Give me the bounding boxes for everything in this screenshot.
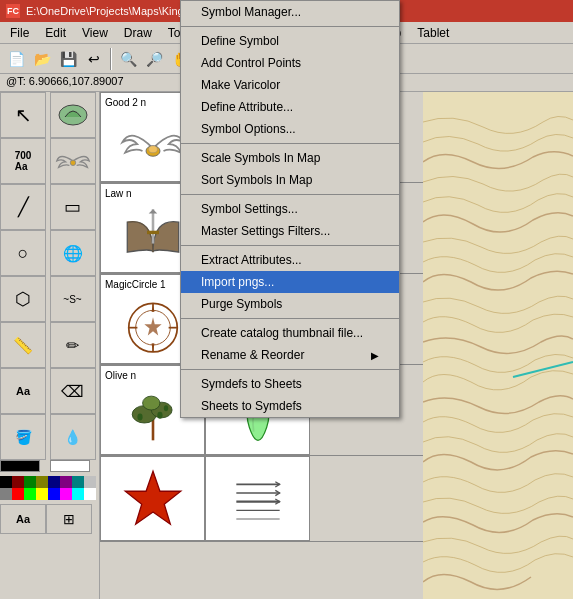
color-white[interactable] bbox=[84, 488, 96, 500]
tool-text[interactable]: 700Aa bbox=[0, 138, 46, 184]
symbol-cell-arrows[interactable] bbox=[205, 456, 310, 541]
main-layout: ↖ 700Aa ╱ ▭ ○ 🌐 ⬡ bbox=[0, 92, 573, 599]
svg-point-1 bbox=[70, 160, 75, 165]
color-olive[interactable] bbox=[36, 476, 48, 488]
tool-dropper[interactable]: 💧 bbox=[50, 414, 96, 460]
menu-item-import-pngs[interactable]: Import pngs... bbox=[181, 271, 399, 293]
toolbar-open[interactable]: 📂 bbox=[30, 47, 54, 71]
menu-item-master-settings[interactable]: Master Settings Filters... bbox=[181, 220, 399, 242]
tool-text-aa[interactable]: Aa bbox=[0, 368, 46, 414]
menu-item-rename-reorder[interactable]: Rename & Reorder ▶ bbox=[181, 344, 399, 366]
color-gray[interactable] bbox=[0, 488, 12, 500]
tool-symbol[interactable] bbox=[50, 92, 96, 138]
color-yellow[interactable] bbox=[36, 488, 48, 500]
color-darkgreen[interactable] bbox=[24, 476, 36, 488]
color-darkred[interactable] bbox=[12, 476, 24, 488]
menu-file[interactable]: File bbox=[2, 24, 37, 42]
menu-item-scale-symbols[interactable]: Scale Symbols In Map bbox=[181, 147, 399, 169]
color-silver[interactable] bbox=[84, 476, 96, 488]
menu-edit[interactable]: Edit bbox=[37, 24, 74, 42]
map-content bbox=[423, 92, 573, 599]
tool-color-white[interactable] bbox=[50, 460, 90, 472]
separator-4 bbox=[181, 245, 399, 246]
app-icon: FC bbox=[6, 4, 20, 18]
rename-reorder-arrow: ▶ bbox=[371, 350, 379, 361]
menu-draw[interactable]: Draw bbox=[116, 24, 160, 42]
symbol-img-good2n bbox=[118, 110, 188, 177]
menu-item-sheets-to-symdefs[interactable]: Sheets to Symdefs bbox=[181, 395, 399, 417]
symbol-row-5 bbox=[100, 456, 423, 542]
tool-eraser[interactable]: ⌫ bbox=[50, 368, 96, 414]
tool-color-black[interactable] bbox=[0, 460, 40, 472]
symbol-img-arrows bbox=[223, 463, 293, 536]
menu-item-extract-attributes[interactable]: Extract Attributes... bbox=[181, 249, 399, 271]
menu-item-add-control-points[interactable]: Add Control Points bbox=[181, 52, 399, 74]
menu-item-symdefs-to-sheets[interactable]: Symdefs to Sheets bbox=[181, 373, 399, 395]
separator-3 bbox=[181, 194, 399, 195]
toolbar-new[interactable]: 📄 bbox=[4, 47, 28, 71]
svg-point-16 bbox=[142, 396, 159, 410]
right-panel bbox=[423, 92, 573, 599]
tool-line[interactable]: ╱ bbox=[0, 184, 46, 230]
menu-tablet[interactable]: Tablet bbox=[409, 24, 457, 42]
symbol-img-star bbox=[118, 463, 188, 536]
separator-6 bbox=[181, 369, 399, 370]
tool-measure[interactable]: 📏 bbox=[0, 322, 46, 368]
color-palette bbox=[0, 476, 99, 500]
menu-item-symbol-manager[interactable]: Symbol Manager... bbox=[181, 1, 399, 23]
toolbar-zoom-in[interactable]: 🔍 bbox=[116, 47, 140, 71]
color-teal[interactable] bbox=[72, 476, 84, 488]
separator-1 bbox=[181, 26, 399, 27]
tool-bezier[interactable]: ~S~ bbox=[50, 276, 96, 322]
menu-view[interactable]: View bbox=[74, 24, 116, 42]
menu-item-define-attribute[interactable]: Define Attribute... bbox=[181, 96, 399, 118]
color-cyan[interactable] bbox=[72, 488, 84, 500]
menu-item-purge-symbols[interactable]: Purge Symbols bbox=[181, 293, 399, 315]
menu-item-symbol-options[interactable]: Symbol Options... bbox=[181, 118, 399, 140]
toolbar-undo[interactable]: ↩ bbox=[82, 47, 106, 71]
svg-marker-12 bbox=[144, 317, 161, 335]
color-red[interactable] bbox=[12, 488, 24, 500]
symbol-cell-star[interactable] bbox=[100, 456, 205, 541]
toolbar-save[interactable]: 💾 bbox=[56, 47, 80, 71]
tool-fill[interactable]: 🪣 bbox=[0, 414, 46, 460]
tool-select[interactable]: ↖ bbox=[0, 92, 46, 138]
tool-table[interactable]: ⊞ bbox=[46, 504, 92, 534]
symbol-label-magiccircle: MagicCircle 1 bbox=[105, 279, 166, 290]
tool-circle[interactable]: ○ bbox=[0, 230, 46, 276]
symbol-img-olive bbox=[118, 383, 188, 450]
color-magenta[interactable] bbox=[60, 488, 72, 500]
svg-marker-20 bbox=[125, 471, 180, 524]
left-sidebar: ↖ 700Aa ╱ ▭ ○ 🌐 ⬡ bbox=[0, 92, 100, 599]
separator-5 bbox=[181, 318, 399, 319]
symbol-img-lawn bbox=[118, 201, 188, 268]
symbol-label-olive: Olive n bbox=[105, 370, 136, 381]
color-green[interactable] bbox=[24, 488, 36, 500]
tool-globe[interactable]: 🌐 bbox=[50, 230, 96, 276]
svg-rect-5 bbox=[147, 230, 159, 233]
color-navy[interactable] bbox=[48, 476, 60, 488]
tool-aa-2[interactable]: Aa bbox=[0, 504, 46, 534]
svg-point-3 bbox=[148, 145, 157, 152]
svg-point-18 bbox=[157, 412, 162, 419]
color-black[interactable] bbox=[0, 476, 12, 488]
menu-item-sort-symbols[interactable]: Sort Symbols In Map bbox=[181, 169, 399, 191]
toolbar-sep-1 bbox=[110, 48, 112, 70]
menu-item-create-catalog[interactable]: Create catalog thumbnail file... bbox=[181, 322, 399, 344]
menu-item-make-varicolor[interactable]: Make Varicolor bbox=[181, 74, 399, 96]
menu-item-define-symbol[interactable]: Define Symbol bbox=[181, 30, 399, 52]
symbol-label-lawn: Law n bbox=[105, 188, 132, 199]
tool-wings[interactable] bbox=[50, 138, 96, 184]
color-purple[interactable] bbox=[60, 476, 72, 488]
svg-point-17 bbox=[137, 413, 142, 420]
toolbar-zoom-out[interactable]: 🔎 bbox=[142, 47, 166, 71]
tool-pencil[interactable]: ✏ bbox=[50, 322, 96, 368]
tool-polygon[interactable]: ⬡ bbox=[0, 276, 46, 322]
color-blue[interactable] bbox=[48, 488, 60, 500]
menu-item-symbol-settings[interactable]: Symbol Settings... bbox=[181, 198, 399, 220]
symbol-img-magiccircle bbox=[118, 292, 188, 359]
separator-2 bbox=[181, 143, 399, 144]
symbol-label-good2n: Good 2 n bbox=[105, 97, 146, 108]
tool-rect[interactable]: ▭ bbox=[50, 184, 96, 230]
svg-point-19 bbox=[163, 405, 167, 411]
